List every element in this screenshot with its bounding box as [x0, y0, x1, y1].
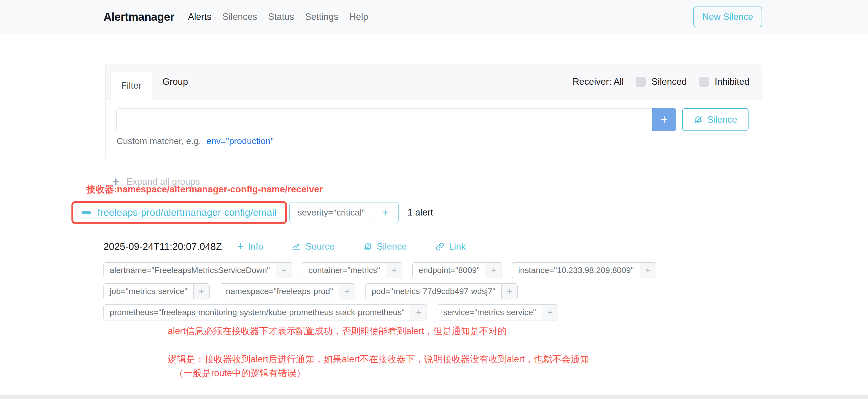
annotation-note-1: alert信息必须在接收器下才表示配置成功，否则即使能看到alert，但是通知是… — [168, 325, 507, 337]
alert-header-row: 2025-09-24T11:20:07.048Z Info Source Sil… — [103, 241, 466, 252]
bell-slash-icon — [693, 115, 703, 124]
label-tag-text: namespace="freeleaps-prod" — [220, 283, 339, 299]
alert-source-link[interactable]: Source — [292, 241, 334, 252]
filter-options: Receiver: All Silenced Inhibited — [573, 76, 749, 87]
annotation-note-3: （一般是route中的逻辑有错误） — [174, 367, 306, 379]
alert-count: 1 alert — [408, 207, 433, 218]
label-add-filter-button[interactable] — [501, 283, 518, 299]
label-tag: job="metrics-service" — [103, 283, 210, 299]
silenced-label: Silenced — [652, 76, 687, 87]
alert-link-link[interactable]: Link — [435, 241, 466, 252]
label-tag: endpoint="8009" — [412, 262, 502, 278]
tab-filter[interactable]: Filter — [111, 71, 152, 100]
label-row: job="metrics-service" namespace="freelea… — [103, 283, 656, 299]
group-matcher-add-button[interactable] — [373, 203, 398, 223]
receiver-group-row: freeleaps-prod/alertmanager-config/email… — [71, 201, 433, 224]
filter-card: Filter Group Receiver: All Silenced Inhi… — [105, 64, 762, 160]
link-icon — [435, 242, 445, 251]
plus-icon — [237, 241, 244, 252]
tab-group[interactable]: Group — [162, 76, 188, 87]
add-matcher-button[interactable] — [652, 108, 676, 131]
filter-card-header: Filter Group Receiver: All Silenced Inhi… — [105, 64, 762, 100]
label-tag-text: instance="10.233.98.209:8009" — [512, 262, 640, 278]
receiver-annotation-text: 接收器:namespace/altermanager-config-name/r… — [86, 183, 323, 196]
alert-labels: alertname="FreeleapsMetricsServiceDown" … — [103, 262, 656, 320]
label-row: prometheus="freeleaps-monitoring-system/… — [103, 304, 656, 320]
source-label: Source — [305, 241, 334, 252]
receiver-filter-label[interactable]: Receiver: All — [573, 76, 624, 87]
label-tag: instance="10.233.98.209:8009" — [512, 262, 656, 278]
label-tag-text: alertname="FreeleapsMetricsServiceDown" — [103, 262, 276, 278]
alert-timestamp: 2025-09-24T11:20:07.048Z — [103, 241, 222, 252]
alert-info-link[interactable]: Info — [237, 241, 263, 252]
label-add-filter-button[interactable] — [410, 304, 427, 320]
label-tag-text: pod="metrics-77d9cdb497-wdsj7" — [365, 283, 501, 299]
nav-item-status[interactable]: Status — [268, 11, 294, 22]
silence-label: Silence — [377, 241, 407, 252]
alert-silence-link[interactable]: Silence — [363, 241, 407, 252]
label-tag: prometheus="freeleaps-monitoring-system/… — [103, 304, 427, 320]
nav-item-silences[interactable]: Silences — [222, 11, 257, 22]
label-add-filter-button[interactable] — [640, 262, 656, 278]
label-add-filter-button[interactable] — [276, 262, 292, 278]
nav-item-help[interactable]: Help — [349, 11, 368, 22]
hint-text: Custom matcher, e.g. — [117, 136, 201, 146]
label-tag-text: job="metrics-service" — [103, 283, 193, 299]
chart-line-icon — [292, 242, 301, 251]
new-silence-button[interactable]: New Silence — [693, 6, 762, 27]
navbar: Alertmanager Alerts Silences Status Sett… — [0, 0, 868, 34]
label-add-filter-button[interactable] — [542, 304, 558, 320]
filter-card-body: Silence Custom matcher, e.g. env="produc… — [105, 100, 762, 146]
label-add-filter-button[interactable] — [486, 262, 502, 278]
matcher-input[interactable] — [117, 108, 652, 131]
label-tag: alertname="FreeleapsMetricsServiceDown" — [103, 262, 292, 278]
label-tag-text: prometheus="freeleaps-monitoring-system/… — [103, 304, 410, 320]
label-add-filter-button[interactable] — [339, 283, 355, 299]
info-label: Info — [248, 241, 264, 252]
inhibited-label: Inhibited — [715, 76, 749, 87]
label-add-filter-button[interactable] — [193, 283, 210, 299]
label-add-filter-button[interactable] — [386, 262, 402, 278]
nav-item-alerts[interactable]: Alerts — [188, 11, 211, 22]
label-tag-text: service="metrics-service" — [437, 304, 542, 320]
nav-item-settings[interactable]: Settings — [305, 11, 338, 22]
silenced-toggle[interactable]: Silenced — [636, 76, 687, 87]
label-tag: container="metrics" — [302, 262, 402, 278]
minus-icon — [82, 211, 91, 214]
bell-slash-icon — [363, 242, 373, 251]
label-row: alertname="FreeleapsMetricsServiceDown" … — [103, 262, 656, 278]
hint-example-link[interactable]: env="production" — [206, 136, 274, 146]
label-tag: service="metrics-service" — [437, 304, 558, 320]
label-tag-text: container="metrics" — [302, 262, 386, 278]
link-label: Link — [449, 241, 466, 252]
matcher-row: Silence — [117, 108, 748, 131]
receiver-group-toggle[interactable]: freeleaps-prod/alertmanager-config/email — [97, 207, 276, 218]
silenced-checkbox[interactable] — [636, 77, 646, 87]
main-nav: Alerts Silences Status Settings Help — [188, 11, 368, 22]
silence-filter-button[interactable]: Silence — [682, 108, 748, 131]
group-matcher-tag: severity="critical" — [289, 202, 398, 223]
inhibited-checkbox[interactable] — [699, 77, 709, 87]
annotation-note-2: 逻辑是：接收器收到alert后进行通知，如果alert不在接收器下，说明接收器没… — [168, 353, 589, 366]
label-tag-text: endpoint="8009" — [412, 262, 486, 278]
label-tag: namespace="freeleaps-prod" — [220, 283, 355, 299]
receiver-highlight-box: freeleaps-prod/alertmanager-config/email — [71, 201, 287, 224]
inhibited-toggle[interactable]: Inhibited — [699, 76, 749, 87]
footer-strip — [0, 395, 868, 399]
app-brand[interactable]: Alertmanager — [103, 11, 174, 23]
matcher-hint: Custom matcher, e.g. env="production" — [117, 136, 748, 146]
group-matcher-label[interactable]: severity="critical" — [290, 203, 372, 223]
silence-filter-label: Silence — [707, 115, 737, 125]
label-tag: pod="metrics-77d9cdb497-wdsj7" — [365, 283, 518, 299]
